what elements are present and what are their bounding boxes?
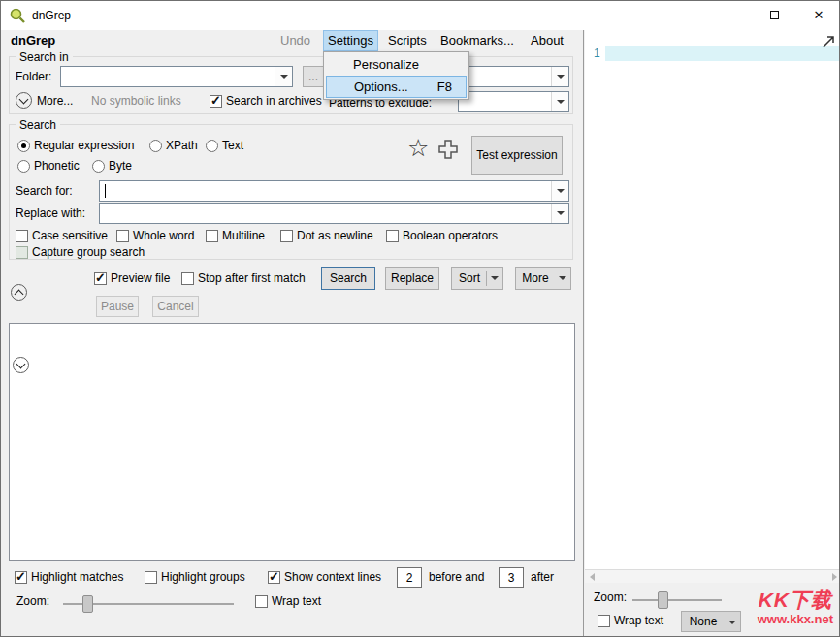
search-button[interactable]: Search	[321, 267, 375, 290]
preview-zoom-slider-track[interactable]	[632, 599, 722, 601]
search-for-combobox[interactable]	[99, 180, 569, 202]
byte-radio[interactable]	[92, 160, 105, 173]
multiline-checkbox[interactable]	[206, 230, 218, 242]
scroll-left-arrow-icon[interactable]	[585, 570, 600, 583]
menu-item-scripts[interactable]: Scripts	[388, 33, 427, 48]
dot-as-newline-label[interactable]: Dot as newline	[297, 229, 373, 243]
search-group: Search Regular expression XPath Text Pho…	[9, 124, 573, 260]
chevron-down-icon[interactable]	[551, 181, 568, 201]
regex-radio-label[interactable]: Regular expression	[34, 139, 134, 153]
expand-chevron-down-icon[interactable]	[13, 357, 29, 373]
syntax-dropdown[interactable]: None	[681, 611, 741, 632]
close-button[interactable]: ✕	[796, 1, 840, 30]
minimize-button[interactable]: —	[707, 1, 752, 30]
preview-wrap-text-checkbox[interactable]	[598, 615, 610, 627]
more-label: More	[516, 268, 555, 289]
case-sensitive-label[interactable]: Case sensitive	[32, 229, 108, 243]
app-icon[interactable]	[9, 7, 26, 24]
text-caret	[105, 184, 106, 198]
bookmark-star-icon[interactable]: ☆	[407, 135, 429, 160]
capture-group-search-checkbox	[16, 246, 28, 259]
menu-item-options[interactable]: Options... F8	[326, 76, 467, 98]
watermark-url: www.kkx.net	[758, 612, 833, 626]
more-button[interactable]: More	[515, 267, 571, 290]
phonetic-radio[interactable]	[17, 160, 30, 173]
folder-combobox[interactable]	[60, 66, 293, 87]
current-line-highlight	[605, 46, 840, 61]
context-before-input[interactable]	[397, 567, 422, 588]
context-after-input[interactable]	[499, 567, 524, 588]
show-context-lines-checkbox[interactable]	[268, 571, 280, 584]
more-label[interactable]: More...	[37, 94, 73, 109]
search-in-archives-label[interactable]: Search in archives	[226, 94, 322, 109]
boolean-operators-checkbox[interactable]	[386, 230, 399, 242]
open-preview-window-icon[interactable]	[821, 34, 836, 49]
results-list[interactable]	[9, 323, 575, 561]
dot-as-newline-checkbox[interactable]	[280, 230, 293, 242]
preview-editor[interactable]: 1	[585, 30, 840, 569]
sort-button[interactable]: Sort	[451, 267, 503, 290]
dngrep-window: dnGrep — ✕ dnGrep Undo Settings Scripts …	[0, 0, 840, 637]
replace-with-label: Replace with:	[16, 207, 85, 221]
collapse-chevron-up-icon[interactable]	[11, 284, 27, 301]
phonetic-radio-label[interactable]: Phonetic	[34, 159, 80, 174]
menu-item-undo[interactable]: Undo	[280, 33, 310, 48]
more-options-chevron-down-icon[interactable]	[16, 92, 32, 109]
menu-item-bookmarks[interactable]: Bookmarks...	[440, 33, 514, 48]
browse-folder-button[interactable]: ...	[303, 66, 324, 87]
byte-radio-label[interactable]: Byte	[109, 159, 132, 174]
regex-radio[interactable]	[17, 140, 30, 152]
chevron-down-icon[interactable]	[551, 204, 568, 223]
whole-word-label[interactable]: Whole word	[133, 229, 194, 243]
text-radio[interactable]	[206, 140, 218, 152]
highlight-matches-checkbox[interactable]	[15, 571, 27, 584]
folder-label: Folder:	[16, 70, 51, 84]
boolean-operators-label[interactable]: Boolean operators	[403, 229, 498, 243]
action-row: Preview file Stop after first match Sear…	[1, 263, 583, 323]
highlight-groups-checkbox[interactable]	[145, 571, 157, 584]
search-in-group: Search in Folder: ... More... No symboli…	[9, 56, 573, 114]
file-patterns-combobox[interactable]	[468, 66, 569, 87]
chevron-down-icon[interactable]	[551, 67, 568, 86]
pause-button[interactable]: Pause	[96, 296, 139, 317]
menu-item-about[interactable]: About	[531, 33, 564, 48]
menu-item-settings[interactable]: Settings	[323, 30, 378, 51]
case-sensitive-checkbox[interactable]	[16, 230, 28, 242]
whole-word-checkbox[interactable]	[116, 230, 129, 242]
xpath-radio[interactable]	[149, 140, 162, 152]
symbolic-links-status: No symbolic links	[91, 94, 181, 109]
replace-with-combobox[interactable]	[99, 203, 569, 224]
chevron-down-icon[interactable]	[275, 67, 292, 86]
highlight-matches-label[interactable]: Highlight matches	[31, 570, 123, 585]
chevron-down-icon[interactable]	[551, 92, 568, 111]
maximize-button[interactable]	[752, 1, 796, 30]
preview-zoom-slider-thumb[interactable]	[658, 591, 668, 609]
menu-item-personalize[interactable]: Personalize	[326, 53, 467, 76]
text-radio-label[interactable]: Text	[222, 139, 243, 153]
show-context-lines-label[interactable]: Show context lines	[284, 570, 381, 585]
options-label: Options...	[354, 80, 408, 94]
search-in-group-title: Search in	[16, 50, 73, 64]
capture-group-search-label: Capture group search	[32, 245, 145, 260]
add-bookmark-plus-icon[interactable]	[436, 138, 460, 161]
replace-button[interactable]: Replace	[385, 267, 439, 290]
results-wrap-text-checkbox[interactable]	[255, 595, 268, 608]
search-in-archives-checkbox[interactable]	[210, 95, 222, 108]
preview-file-label[interactable]: Preview file	[111, 271, 170, 286]
test-expression-button[interactable]: Test expression	[471, 136, 563, 175]
scroll-right-arrow-icon[interactable]	[826, 570, 840, 583]
stop-after-first-match-label[interactable]: Stop after first match	[198, 271, 306, 286]
results-wrap-text-label[interactable]: Wrap text	[272, 594, 321, 609]
stop-after-first-match-checkbox[interactable]	[181, 272, 194, 285]
patterns-to-exclude-combobox[interactable]	[458, 91, 569, 112]
multiline-label[interactable]: Multiline	[222, 229, 265, 243]
syntax-selected-label: None	[682, 612, 725, 631]
preview-horizontal-scrollbar[interactable]	[585, 569, 840, 583]
preview-wrap-text-label[interactable]: Wrap text	[614, 614, 663, 628]
cancel-button[interactable]: Cancel	[152, 296, 199, 317]
preview-file-checkbox[interactable]	[94, 272, 107, 285]
results-zoom-slider-thumb[interactable]	[82, 595, 93, 613]
highlight-groups-label[interactable]: Highlight groups	[161, 570, 245, 585]
xpath-radio-label[interactable]: XPath	[166, 139, 198, 153]
sort-label: Sort	[452, 268, 487, 289]
